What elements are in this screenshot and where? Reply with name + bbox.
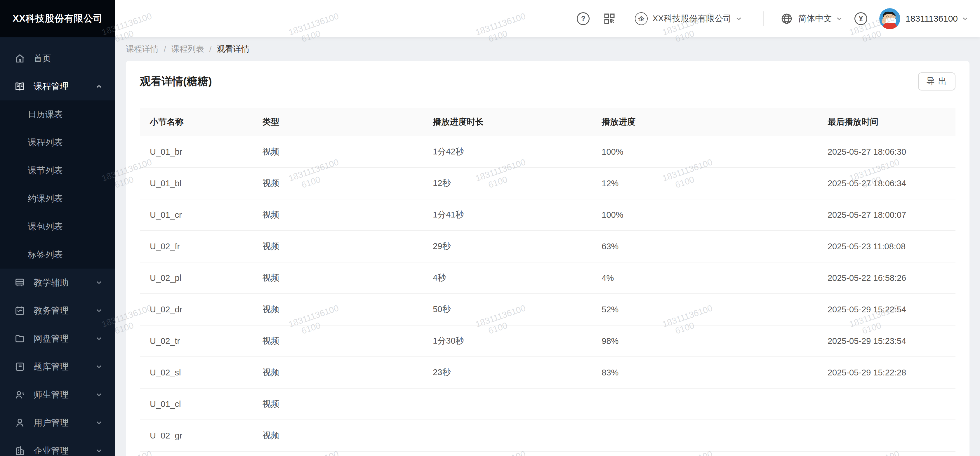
sidebar-item-question-bank[interactable]: 题库管理 <box>0 353 115 381</box>
sidebar-subitem-package-list[interactable]: 课包列表 <box>0 213 115 241</box>
table-cell: 63% <box>592 230 818 262</box>
card-header: 观看详情(糖糖) 导 出 <box>140 72 956 91</box>
sidebar-item-label: 企业管理 <box>33 445 68 456</box>
language-selector[interactable]: 简体中文 <box>780 12 842 25</box>
main-area: ? 企 XX科技股份有限公司 <box>115 0 980 456</box>
header-divider <box>763 11 764 26</box>
sidebar-subitem-booking-list[interactable]: 约课列表 <box>0 184 115 213</box>
table-row: U_02_sl视频23秒83%2025-05-29 15:22:28 <box>140 357 956 388</box>
table-cell: 视频 <box>252 325 423 357</box>
export-button[interactable]: 导 出 <box>918 72 956 91</box>
sidebar-item-label: 师生管理 <box>33 389 68 401</box>
table-cell: U_02_pl <box>140 262 252 294</box>
currency-icon[interactable]: ¥ <box>854 12 867 25</box>
sidebar-item-label: 首页 <box>33 52 51 65</box>
chevron-down-icon <box>962 16 968 21</box>
topbar: ? 企 XX科技股份有限公司 <box>115 0 980 37</box>
sidebar-item-netdisk-mgmt[interactable]: 网盘管理 <box>0 325 115 353</box>
sidebar-item-label: 题库管理 <box>33 361 68 373</box>
sidebar-menu: 首页课程管理日历课表课程列表课节列表约课列表课包列表标签列表教学辅助教务管理网盘… <box>0 37 115 456</box>
avatar-image <box>879 8 900 29</box>
table-cell: 2025-05-29 15:22:28 <box>818 357 956 388</box>
breadcrumb-separator: / <box>164 44 166 54</box>
sidebar-item-enterprise-mgmt[interactable]: 企业管理 <box>0 437 115 456</box>
table-cell: 4秒 <box>423 262 592 294</box>
breadcrumb-item[interactable]: 课程列表 <box>172 43 204 55</box>
chevron-down-icon <box>95 392 102 397</box>
projector-icon <box>14 276 26 289</box>
chevron-down-icon <box>95 336 102 341</box>
sidebar-item-course-mgmt[interactable]: 课程管理 <box>0 72 115 100</box>
sidebar-item-teacher-student[interactable]: 师生管理 <box>0 381 115 409</box>
sidebar-subitem-lesson-list[interactable]: 课节列表 <box>0 156 115 184</box>
table-cell: 视频 <box>252 168 423 199</box>
sidebar-subitem-tag-list[interactable]: 标签列表 <box>0 241 115 269</box>
home-icon <box>14 52 26 65</box>
table-cell: 2025-05-27 18:06:30 <box>818 136 956 168</box>
table-cell: 98% <box>592 325 818 357</box>
table-cell <box>818 420 956 451</box>
company-name: XX科技股份有限公司 <box>652 13 732 24</box>
table-row: U_02_fr视频29秒63%2025-05-23 11:08:08 <box>140 230 956 262</box>
avatar <box>879 8 900 29</box>
sidebar-subitem-label: 课包列表 <box>28 221 63 233</box>
column-header: 最后播放时间 <box>818 108 956 136</box>
table-cell: 2025-05-27 18:06:34 <box>818 168 956 199</box>
table-cell: 83% <box>592 357 818 388</box>
table-row: U_02_tr视频1分30秒98%2025-05-29 15:23:54 <box>140 325 956 357</box>
column-header: 类型 <box>252 108 423 136</box>
table-row: U_02_dr视频50秒52%2025-05-29 15:22:54 <box>140 294 956 325</box>
table-cell: 视频 <box>252 262 423 294</box>
table-row: U_01_cl视频 <box>140 388 956 420</box>
chevron-down-icon <box>95 308 102 313</box>
table-cell: 2025-05-29 15:23:54 <box>818 325 956 357</box>
sidebar-item-teaching-aid[interactable]: 教学辅助 <box>0 269 115 297</box>
help-icon[interactable]: ? <box>576 12 590 25</box>
breadcrumb-item[interactable]: 课程详情 <box>126 43 159 55</box>
table-cell: 视频 <box>252 230 423 262</box>
table-row: U_01_br视频1分42秒100%2025-05-27 18:06:30 <box>140 136 956 168</box>
breadcrumb-item: 观看详情 <box>217 43 250 55</box>
table-cell: 23秒 <box>423 357 592 388</box>
sidebar-subitem-calendar-schedule[interactable]: 日历课表 <box>0 100 115 129</box>
user-menu[interactable]: 18311136100 <box>879 8 968 29</box>
table-cell: 12秒 <box>423 168 592 199</box>
chevron-down-icon <box>95 448 102 453</box>
notebook-icon <box>14 361 26 373</box>
sidebar-item-label: 课程管理 <box>33 81 68 92</box>
table-cell: U_02_sl <box>140 357 252 388</box>
sidebar-subitem-course-list[interactable]: 课程列表 <box>0 129 115 156</box>
language-label: 简体中文 <box>798 13 832 24</box>
table-cell: 4% <box>592 262 818 294</box>
page-title: 观看详情(糖糖) <box>140 74 212 89</box>
table-cell: 1分30秒 <box>423 325 592 357</box>
table-cell: 29秒 <box>423 230 592 262</box>
content-area: 课程详情/课程列表/观看详情 观看详情(糖糖) 导 出 小节名称类型播放进度时长… <box>115 37 980 456</box>
sidebar-item-home[interactable]: 首页 <box>0 44 115 72</box>
qrcode-icon[interactable] <box>603 12 616 25</box>
table-cell: 视频 <box>252 199 423 230</box>
table-cell: 100% <box>592 136 818 168</box>
table-cell: 50秒 <box>423 294 592 325</box>
table-cell: 2025-05-27 18:00:07 <box>818 199 956 230</box>
chevron-down-icon <box>95 364 102 369</box>
table-cell: 2025-05-22 16:58:26 <box>818 262 956 294</box>
column-header: 小节名称 <box>140 108 252 136</box>
table-cell: 视频 <box>252 294 423 325</box>
table-cell: U_01_cl <box>140 388 252 420</box>
sidebar-item-academic-mgmt[interactable]: 教务管理 <box>0 297 115 325</box>
table-cell: 视频 <box>252 136 423 168</box>
submenu-course-mgmt: 日历课表课程列表课节列表约课列表课包列表标签列表 <box>0 100 115 269</box>
qrcode-glyph <box>603 13 616 25</box>
sidebar-item-user-mgmt[interactable]: 用户管理 <box>0 409 115 437</box>
table-row: U_01_cr视频1分41秒100%2025-05-27 18:00:07 <box>140 199 956 230</box>
users-icon <box>14 389 26 401</box>
chevron-down-icon <box>736 16 742 21</box>
table-cell: U_02_fr <box>140 230 252 262</box>
table-row: U_02_gr视频 <box>140 420 956 451</box>
sidebar: XX科技股份有限公司 首页课程管理日历课表课程列表课节列表约课列表课包列表标签列… <box>0 0 115 456</box>
user-phone: 18311136100 <box>905 14 958 24</box>
company-switcher[interactable]: 企 XX科技股份有限公司 <box>635 12 742 25</box>
breadcrumb-separator: / <box>209 44 212 54</box>
question-mark-glyph: ? <box>577 12 590 25</box>
